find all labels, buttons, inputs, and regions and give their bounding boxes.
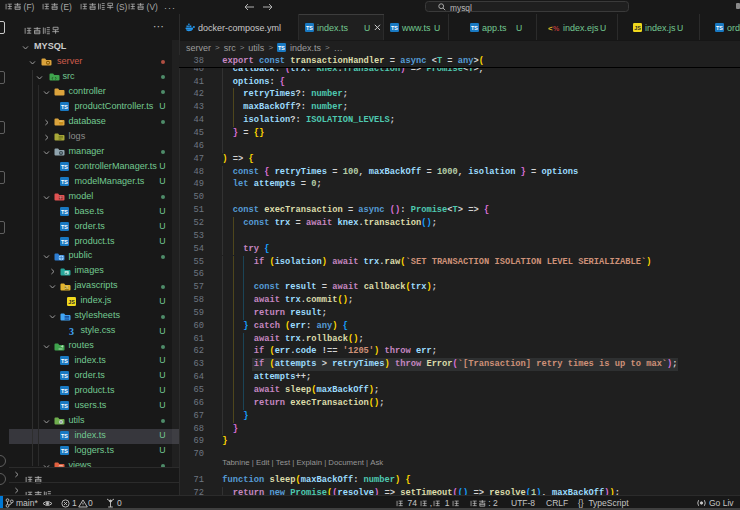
svg-text:TS: TS <box>61 448 68 454</box>
svg-text:JS: JS <box>68 298 75 304</box>
svg-text:JS: JS <box>634 25 641 31</box>
svg-text:TS: TS <box>61 373 68 379</box>
svg-text:TS: TS <box>61 403 68 409</box>
svg-text:TS: TS <box>61 224 68 230</box>
svg-text:3: 3 <box>69 327 74 336</box>
svg-text:TS: TS <box>391 25 398 31</box>
svg-text:JS: JS <box>64 286 69 290</box>
svg-text:TS: TS <box>61 358 68 364</box>
svg-text:TS: TS <box>278 45 285 51</box>
svg-text:TS: TS <box>61 104 68 110</box>
svg-text:TS: TS <box>61 388 68 394</box>
svg-text:%: % <box>553 25 560 32</box>
svg-text:TS: TS <box>61 433 68 439</box>
svg-text:TS: TS <box>61 164 68 170</box>
svg-text:TS: TS <box>61 179 68 185</box>
svg-text:TS: TS <box>471 25 478 31</box>
svg-text:TS: TS <box>306 25 313 31</box>
svg-text:TS: TS <box>716 25 723 31</box>
svg-text:TS: TS <box>61 239 68 245</box>
svg-text:TS: TS <box>61 209 68 215</box>
